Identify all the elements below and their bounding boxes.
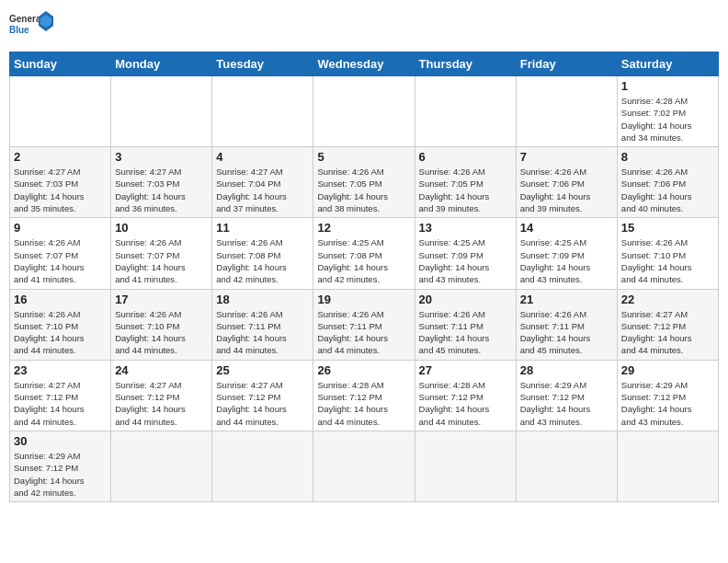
day-number: 24 bbox=[115, 363, 208, 377]
calendar-cell: 30Sunrise: 4:29 AM Sunset: 7:12 PM Dayli… bbox=[10, 431, 111, 501]
day-number: 20 bbox=[419, 293, 512, 306]
day-info: Sunrise: 4:27 AM Sunset: 7:03 PM Dayligh… bbox=[115, 166, 208, 214]
calendar-cell: 21Sunrise: 4:26 AM Sunset: 7:11 PM Dayli… bbox=[516, 289, 617, 360]
day-number: 18 bbox=[216, 293, 309, 306]
calendar-cell bbox=[516, 431, 617, 501]
calendar-cell: 8Sunrise: 4:26 AM Sunset: 7:06 PM Daylig… bbox=[617, 147, 718, 218]
day-number: 12 bbox=[317, 221, 410, 235]
day-number: 21 bbox=[520, 293, 613, 306]
calendar-cell: 7Sunrise: 4:26 AM Sunset: 7:06 PM Daylig… bbox=[516, 147, 617, 218]
day-info: Sunrise: 4:29 AM Sunset: 7:12 PM Dayligh… bbox=[14, 450, 107, 499]
calendar-cell bbox=[617, 431, 718, 501]
calendar-week-row: 16Sunrise: 4:26 AM Sunset: 7:10 PM Dayli… bbox=[10, 289, 719, 360]
day-info: Sunrise: 4:26 AM Sunset: 7:11 PM Dayligh… bbox=[216, 308, 309, 357]
calendar-cell: 17Sunrise: 4:26 AM Sunset: 7:10 PM Dayli… bbox=[111, 289, 212, 360]
day-number: 25 bbox=[216, 363, 309, 377]
day-number: 3 bbox=[115, 150, 208, 164]
day-info: Sunrise: 4:26 AM Sunset: 7:08 PM Dayligh… bbox=[216, 236, 309, 285]
calendar-cell: 2Sunrise: 4:27 AM Sunset: 7:03 PM Daylig… bbox=[10, 147, 111, 218]
day-number: 11 bbox=[216, 221, 309, 235]
day-info: Sunrise: 4:27 AM Sunset: 7:12 PM Dayligh… bbox=[621, 308, 714, 357]
day-number: 4 bbox=[216, 150, 309, 164]
header-saturday: Saturday bbox=[617, 52, 718, 76]
day-info: Sunrise: 4:26 AM Sunset: 7:07 PM Dayligh… bbox=[14, 236, 107, 285]
day-number: 2 bbox=[14, 150, 107, 164]
day-number: 14 bbox=[520, 221, 613, 235]
logo: General Blue bbox=[9, 9, 55, 46]
day-info: Sunrise: 4:27 AM Sunset: 7:12 PM Dayligh… bbox=[115, 379, 208, 428]
day-info: Sunrise: 4:29 AM Sunset: 7:12 PM Dayligh… bbox=[621, 379, 714, 428]
calendar-cell: 26Sunrise: 4:28 AM Sunset: 7:12 PM Dayli… bbox=[313, 360, 415, 431]
calendar-cell: 15Sunrise: 4:26 AM Sunset: 7:10 PM Dayli… bbox=[617, 218, 718, 289]
day-number: 19 bbox=[317, 293, 410, 306]
day-number: 26 bbox=[317, 363, 410, 377]
header-wednesday: Wednesday bbox=[313, 52, 415, 76]
calendar-cell bbox=[516, 76, 617, 147]
calendar-cell: 23Sunrise: 4:27 AM Sunset: 7:12 PM Dayli… bbox=[10, 360, 111, 431]
day-info: Sunrise: 4:26 AM Sunset: 7:05 PM Dayligh… bbox=[419, 166, 512, 214]
calendar-cell: 11Sunrise: 4:26 AM Sunset: 7:08 PM Dayli… bbox=[212, 218, 313, 289]
calendar-cell bbox=[313, 76, 415, 147]
calendar-cell: 28Sunrise: 4:29 AM Sunset: 7:12 PM Dayli… bbox=[516, 360, 617, 431]
calendar-cell: 3Sunrise: 4:27 AM Sunset: 7:03 PM Daylig… bbox=[111, 147, 212, 218]
day-info: Sunrise: 4:26 AM Sunset: 7:11 PM Dayligh… bbox=[419, 308, 512, 357]
calendar-cell: 29Sunrise: 4:29 AM Sunset: 7:12 PM Dayli… bbox=[617, 360, 718, 431]
calendar-cell: 9Sunrise: 4:26 AM Sunset: 7:07 PM Daylig… bbox=[10, 218, 111, 289]
day-number: 16 bbox=[14, 293, 107, 306]
day-number: 7 bbox=[520, 150, 613, 164]
header-sunday: Sunday bbox=[10, 52, 111, 76]
day-info: Sunrise: 4:28 AM Sunset: 7:12 PM Dayligh… bbox=[317, 379, 410, 428]
calendar-cell: 1Sunrise: 4:28 AM Sunset: 7:02 PM Daylig… bbox=[617, 76, 718, 147]
day-info: Sunrise: 4:26 AM Sunset: 7:11 PM Dayligh… bbox=[317, 308, 410, 357]
day-info: Sunrise: 4:27 AM Sunset: 7:03 PM Dayligh… bbox=[14, 166, 107, 214]
calendar-cell: 24Sunrise: 4:27 AM Sunset: 7:12 PM Dayli… bbox=[111, 360, 212, 431]
day-number: 13 bbox=[419, 221, 512, 235]
calendar-cell: 6Sunrise: 4:26 AM Sunset: 7:05 PM Daylig… bbox=[415, 147, 516, 218]
calendar-week-row: 1Sunrise: 4:28 AM Sunset: 7:02 PM Daylig… bbox=[10, 76, 719, 147]
svg-text:General: General bbox=[9, 14, 43, 24]
day-number: 23 bbox=[14, 363, 107, 377]
calendar-cell: 20Sunrise: 4:26 AM Sunset: 7:11 PM Dayli… bbox=[415, 289, 516, 360]
day-number: 27 bbox=[419, 363, 512, 377]
day-info: Sunrise: 4:26 AM Sunset: 7:07 PM Dayligh… bbox=[115, 236, 208, 285]
calendar-cell bbox=[212, 76, 313, 147]
day-info: Sunrise: 4:25 AM Sunset: 7:09 PM Dayligh… bbox=[520, 236, 613, 285]
day-info: Sunrise: 4:26 AM Sunset: 7:10 PM Dayligh… bbox=[14, 308, 107, 357]
calendar-cell: 12Sunrise: 4:25 AM Sunset: 7:08 PM Dayli… bbox=[313, 218, 415, 289]
day-info: Sunrise: 4:27 AM Sunset: 7:04 PM Dayligh… bbox=[216, 166, 309, 214]
day-info: Sunrise: 4:26 AM Sunset: 7:06 PM Dayligh… bbox=[520, 166, 613, 214]
day-info: Sunrise: 4:27 AM Sunset: 7:12 PM Dayligh… bbox=[216, 379, 309, 428]
calendar-cell: 10Sunrise: 4:26 AM Sunset: 7:07 PM Dayli… bbox=[111, 218, 212, 289]
calendar-cell bbox=[313, 431, 415, 501]
calendar-week-row: 30Sunrise: 4:29 AM Sunset: 7:12 PM Dayli… bbox=[10, 431, 719, 501]
calendar-cell: 27Sunrise: 4:28 AM Sunset: 7:12 PM Dayli… bbox=[415, 360, 516, 431]
calendar-cell: 16Sunrise: 4:26 AM Sunset: 7:10 PM Dayli… bbox=[10, 289, 111, 360]
calendar-cell: 25Sunrise: 4:27 AM Sunset: 7:12 PM Dayli… bbox=[212, 360, 313, 431]
day-number: 5 bbox=[317, 150, 410, 164]
calendar-week-row: 9Sunrise: 4:26 AM Sunset: 7:07 PM Daylig… bbox=[10, 218, 719, 289]
calendar-cell bbox=[111, 76, 212, 147]
header-friday: Friday bbox=[516, 52, 617, 76]
day-number: 15 bbox=[621, 221, 714, 235]
weekday-header-row: Sunday Monday Tuesday Wednesday Thursday… bbox=[10, 52, 719, 76]
day-info: Sunrise: 4:26 AM Sunset: 7:11 PM Dayligh… bbox=[520, 308, 613, 357]
day-number: 30 bbox=[14, 434, 107, 448]
day-number: 28 bbox=[520, 363, 613, 377]
day-number: 9 bbox=[14, 221, 107, 235]
calendar-cell: 13Sunrise: 4:25 AM Sunset: 7:09 PM Dayli… bbox=[415, 218, 516, 289]
day-number: 29 bbox=[621, 363, 714, 377]
day-info: Sunrise: 4:27 AM Sunset: 7:12 PM Dayligh… bbox=[14, 379, 107, 428]
calendar-table: Sunday Monday Tuesday Wednesday Thursday… bbox=[9, 52, 719, 502]
calendar-cell bbox=[415, 431, 516, 501]
calendar-cell: 18Sunrise: 4:26 AM Sunset: 7:11 PM Dayli… bbox=[212, 289, 313, 360]
logo-svg: General Blue bbox=[9, 9, 55, 46]
day-number: 22 bbox=[621, 293, 714, 306]
calendar-cell bbox=[10, 76, 111, 147]
day-number: 8 bbox=[621, 150, 714, 164]
calendar-cell: 14Sunrise: 4:25 AM Sunset: 7:09 PM Dayli… bbox=[516, 218, 617, 289]
day-number: 10 bbox=[115, 221, 208, 235]
day-info: Sunrise: 4:26 AM Sunset: 7:10 PM Dayligh… bbox=[115, 308, 208, 357]
day-number: 1 bbox=[621, 79, 714, 93]
calendar-cell: 4Sunrise: 4:27 AM Sunset: 7:04 PM Daylig… bbox=[212, 147, 313, 218]
day-number: 6 bbox=[419, 150, 512, 164]
